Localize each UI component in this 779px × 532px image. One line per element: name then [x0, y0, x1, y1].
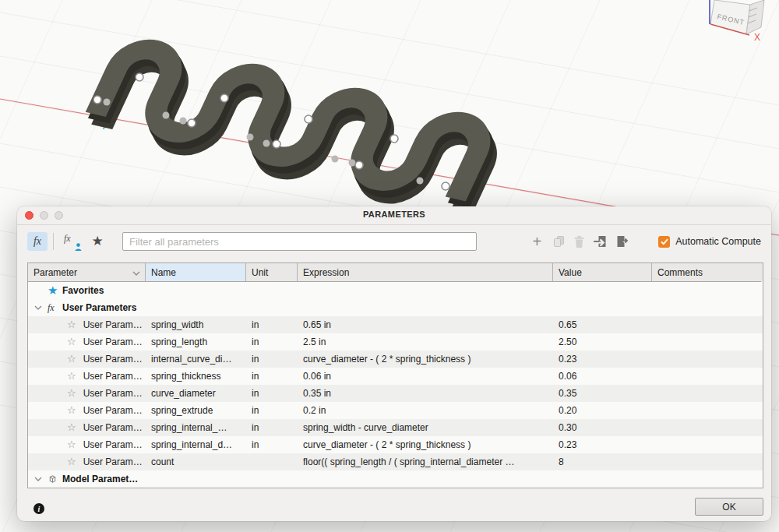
param-comments-cell[interactable] [652, 453, 761, 470]
column-header-value[interactable]: Value [553, 263, 652, 282]
favorite-star-icon[interactable]: ☆ [67, 368, 76, 385]
param-unit-cell[interactable]: in [246, 316, 298, 333]
param-expression-cell[interactable]: 0.65 in [298, 316, 553, 333]
parameter-row-curve_diameter[interactable]: ☆User Param…curve_diameterin0.35 in0.35 [28, 385, 763, 402]
param-name-cell[interactable]: spring_width [146, 316, 246, 333]
param-value-cell[interactable]: 0.65 [553, 316, 652, 333]
param-unit-cell[interactable] [246, 453, 298, 470]
param-name-cell[interactable]: spring_internal_d… [146, 436, 246, 453]
param-name-cell[interactable]: count [146, 453, 246, 470]
param-value-cell[interactable]: 0.23 [553, 436, 652, 453]
parameter-type-cell[interactable]: ☆User Param… [28, 453, 146, 470]
param-value-cell[interactable]: 2.50 [553, 333, 652, 351]
parameter-row-spring_thickness[interactable]: ☆User Param…spring_thicknessin0.06 in0.0… [28, 368, 763, 385]
param-comments-cell[interactable] [652, 333, 761, 351]
param-name-cell[interactable]: spring_thickness [146, 368, 246, 385]
param-comments-cell[interactable] [652, 385, 761, 402]
parameter-type-cell[interactable]: ☆User Param… [28, 333, 146, 351]
group-row[interactable]: Model Paramet… [28, 470, 763, 488]
param-expression-cell[interactable]: floor(( spring_length / ( spring_interna… [298, 453, 553, 470]
parameter-row-spring_extrude[interactable]: ☆User Param…spring_extrudein0.2 in0.20 [28, 402, 763, 419]
duplicate-parameter-icon[interactable] [552, 235, 566, 248]
parameter-type-cell[interactable]: ☆User Param… [28, 419, 146, 436]
favorite-star-icon[interactable]: ☆ [67, 436, 76, 453]
automatic-compute-label: Automatic Compute [675, 236, 761, 247]
favorite-star-icon[interactable]: ☆ [67, 351, 76, 368]
favorite-star-icon[interactable]: ☆ [67, 402, 76, 419]
parameter-row-spring_length[interactable]: ☆User Param…spring_lengthin2.5 in2.50 [28, 333, 763, 351]
param-name-cell[interactable]: curve_diameter [146, 385, 246, 402]
ok-button[interactable]: OK [695, 498, 763, 516]
param-expression-cell[interactable]: 0.06 in [298, 368, 553, 385]
parameter-row-spring_width[interactable]: ☆User Param…spring_widthin0.65 in0.65 [28, 316, 763, 333]
favorite-star-icon[interactable]: ☆ [67, 333, 76, 351]
favorite-star-icon[interactable]: ☆ [67, 419, 76, 436]
add-user-parameter-button[interactable]: fx [64, 232, 81, 251]
parameter-type-cell[interactable]: ☆User Param… [28, 368, 146, 385]
parameter-row-count[interactable]: ☆User Param…countfloor(( spring_length /… [28, 453, 763, 470]
param-unit-cell[interactable]: in [246, 368, 298, 385]
param-expression-cell[interactable]: spring_width - curve_diameter [298, 419, 553, 436]
parameter-row-spring_internal_[interactable]: ☆User Param…spring_internal_…inspring_wi… [28, 419, 763, 436]
spring-model[interactable] [96, 44, 496, 214]
column-header-name[interactable]: Name [146, 263, 246, 282]
dialog-titlebar[interactable]: PARAMETERS [17, 206, 771, 225]
delete-parameter-icon[interactable] [573, 235, 585, 248]
viewcube[interactable]: FRONT X [710, 0, 764, 43]
parameter-filter-dropdown-icon[interactable] [132, 267, 140, 278]
add-parameter-icon[interactable]: + [529, 234, 545, 249]
export-csv-icon[interactable] [615, 235, 630, 248]
param-value-cell[interactable]: 0.06 [553, 368, 652, 385]
column-header-parameter[interactable]: Parameter [28, 263, 146, 282]
param-name-cell[interactable]: spring_length [146, 333, 246, 351]
column-header-comments[interactable]: Comments [652, 263, 761, 282]
param-comments-cell[interactable] [652, 316, 761, 333]
param-comments-cell[interactable] [652, 436, 761, 453]
param-name-cell[interactable]: spring_internal_… [146, 419, 246, 436]
info-icon[interactable]: i [33, 503, 44, 514]
param-value-cell[interactable]: 0.30 [553, 419, 652, 436]
column-header-expression[interactable]: Expression [298, 263, 553, 282]
param-expression-cell[interactable]: curve_diameter - ( 2 * spring_thickness … [298, 351, 553, 368]
param-expression-cell[interactable]: 0.2 in [298, 402, 553, 419]
group-row[interactable]: fxUser Parameters [28, 299, 763, 316]
show-favorites-button[interactable]: ★ [89, 232, 106, 251]
column-header-unit[interactable]: Unit [246, 263, 298, 282]
param-unit-cell[interactable]: in [246, 333, 298, 351]
parameter-type-cell[interactable]: ☆User Param… [28, 351, 146, 368]
param-unit-cell[interactable]: in [246, 351, 298, 368]
import-csv-icon[interactable] [593, 235, 608, 248]
param-value-cell[interactable]: 0.23 [553, 351, 652, 368]
favorite-star-icon[interactable]: ☆ [67, 316, 76, 333]
param-unit-cell[interactable]: in [246, 419, 298, 436]
param-comments-cell[interactable] [652, 419, 761, 436]
param-comments-cell[interactable] [652, 351, 761, 368]
param-expression-cell[interactable]: 2.5 in [298, 333, 553, 351]
param-value-cell[interactable]: 8 [553, 453, 652, 470]
parameter-type-cell[interactable]: ☆User Param… [28, 402, 146, 419]
parameter-type-cell[interactable]: ☆User Param… [28, 385, 146, 402]
favorite-star-icon[interactable]: ☆ [67, 453, 76, 470]
parameter-row-internal_curve_di[interactable]: ☆User Param…internal_curve_di…incurve_di… [28, 351, 763, 368]
param-unit-cell[interactable]: in [246, 402, 298, 419]
param-value-cell[interactable]: 0.35 [553, 385, 652, 402]
param-comments-cell[interactable] [652, 368, 761, 385]
automatic-compute-checkbox[interactable] [658, 236, 670, 248]
param-name-cell[interactable]: internal_curve_di… [146, 351, 246, 368]
param-name-cell[interactable]: spring_extrude [146, 402, 246, 419]
param-expression-cell[interactable]: curve_diameter - ( 2 * spring_thickness … [298, 436, 553, 453]
param-expression-cell[interactable]: 0.35 in [298, 385, 553, 402]
user-parameter-fx-button[interactable]: fx [27, 232, 48, 251]
param-value-cell[interactable]: 0.20 [553, 402, 652, 419]
parameter-type-cell[interactable]: ☆User Param… [28, 436, 146, 453]
expand-chevron-icon[interactable] [34, 477, 44, 481]
favorite-star-icon[interactable]: ☆ [67, 385, 76, 402]
expand-chevron-icon[interactable] [34, 305, 44, 310]
group-row[interactable]: ★Favorites [28, 282, 763, 299]
param-unit-cell[interactable]: in [246, 436, 298, 453]
param-unit-cell[interactable]: in [246, 385, 298, 402]
parameter-type-cell[interactable]: ☆User Param… [28, 316, 146, 333]
parameter-row-spring_internal_d[interactable]: ☆User Param…spring_internal_d…incurve_di… [28, 436, 763, 453]
filter-parameters-input[interactable] [122, 232, 477, 251]
param-comments-cell[interactable] [652, 402, 761, 419]
